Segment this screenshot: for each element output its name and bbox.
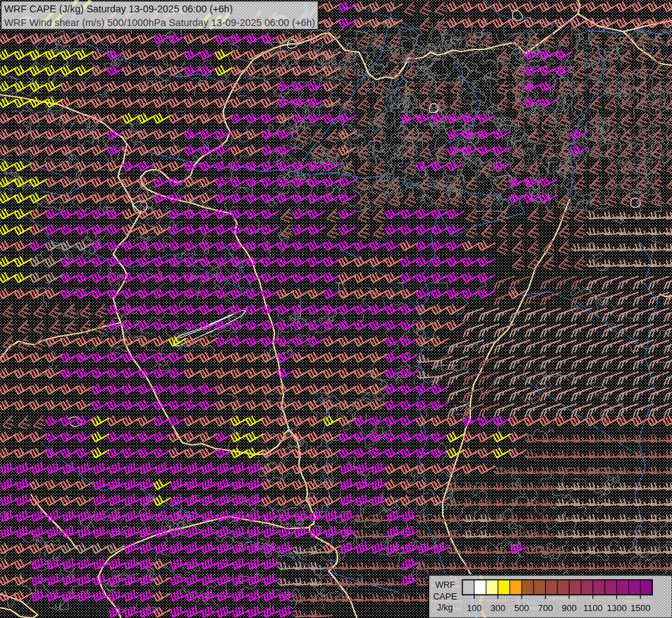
svg-text:WRF CAPE (J/kg) Saturday 13-09: WRF CAPE (J/kg) Saturday 13-09-2025 06:0…: [4, 3, 233, 14]
svg-text:500: 500: [514, 603, 529, 613]
svg-text:300: 300: [491, 603, 506, 613]
svg-text:1100: 1100: [583, 603, 603, 613]
svg-text:1300: 1300: [607, 603, 627, 613]
svg-text:1500: 1500: [631, 603, 651, 613]
svg-text:900: 900: [561, 603, 577, 613]
svg-text:J/kg: J/kg: [437, 602, 452, 613]
svg-text:100: 100: [467, 603, 482, 613]
svg-text:WRF: WRF: [435, 580, 455, 590]
svg-text:WRF Wind shear (m/s) 500/1000h: WRF Wind shear (m/s) 500/1000hPa Saturda…: [4, 17, 315, 28]
svg-text:700: 700: [538, 603, 553, 613]
svg-text:CAPE: CAPE: [433, 591, 457, 602]
